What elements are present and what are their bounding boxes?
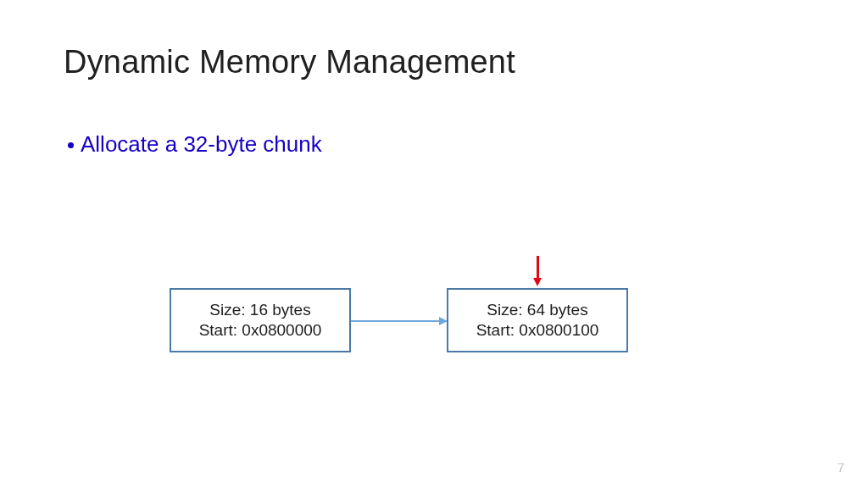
memory-block-start: Start: 0x0800000 [199,321,322,340]
page-number: 7 [837,460,844,474]
memory-block-2: Size: 64 bytes Start: 0x0800100 [447,288,628,352]
memory-block-size: Size: 64 bytes [487,301,587,319]
bullet-dot-icon [68,142,74,148]
bullet-text: Allocate a 32-byte chunk [81,131,322,158]
pointer-arrow-icon [537,256,539,280]
slide-title: Dynamic Memory Management [64,44,515,80]
memory-block-start: Start: 0x0800100 [476,321,599,340]
link-arrow-icon [351,320,447,322]
bullet-item: Allocate a 32-byte chunk [68,131,322,158]
memory-block-size: Size: 16 bytes [209,301,310,319]
memory-block-1: Size: 16 bytes Start: 0x0800000 [170,288,351,352]
